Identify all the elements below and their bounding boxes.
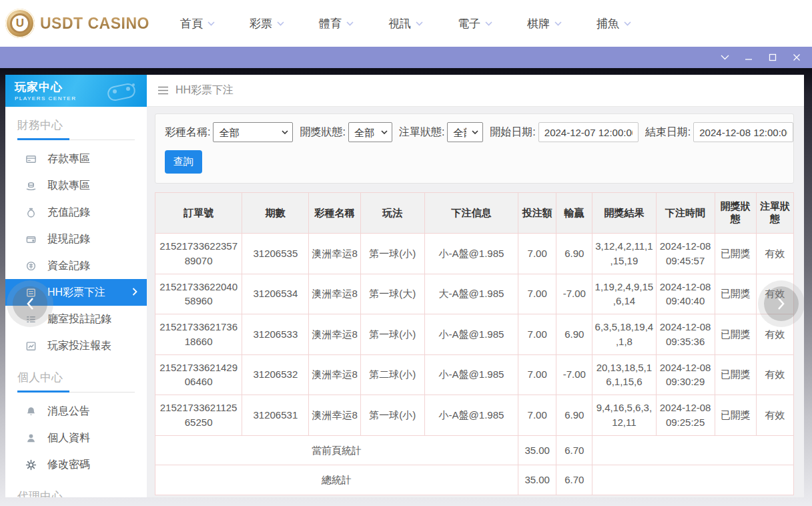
cell-draw-result: 3,12,4,2,11,1,15,19 — [592, 234, 656, 274]
cell-draw-status: 已開獎 — [715, 314, 756, 355]
chevron-right-icon — [132, 288, 137, 296]
cell-order-id: 2152173362204058960 — [155, 274, 242, 314]
cell-win-loss: -7.00 — [556, 354, 592, 395]
cell-draw-status: 已開獎 — [715, 234, 756, 274]
column-header-lottery-name: 彩種名稱 — [309, 193, 360, 234]
menu-toggle-icon[interactable] — [157, 86, 169, 95]
deposit-card-icon — [25, 154, 37, 165]
table-row: 2152173362204058960 31206534 澳洲幸运8 第一球(大… — [155, 274, 794, 314]
cell-play-type: 第二球(小) — [360, 354, 424, 395]
menu-item-home[interactable]: 首頁 — [180, 16, 250, 31]
minimize-icon — [745, 53, 753, 61]
column-header-bet-info: 下注信息 — [424, 193, 518, 234]
column-header-draw-status: 開獎狀態 — [715, 193, 756, 234]
sidebar-item-funds-record[interactable]: 資金記錄 — [5, 252, 147, 279]
chevron-right-icon — [777, 297, 785, 310]
maximize-icon — [769, 53, 777, 61]
window-dropdown-button[interactable] — [716, 49, 733, 65]
cell-bet-info: 小-A盤@1.985 — [424, 314, 518, 355]
column-header-period: 期數 — [242, 193, 309, 234]
page-title: HH彩票下注 — [175, 83, 234, 97]
sidebar-item-change-password[interactable]: 修改密碼 — [5, 451, 147, 478]
cell-draw-result: 1,19,2,4,9,15,6,14 — [592, 274, 656, 314]
menu-item-cards[interactable]: 棋牌 — [527, 16, 596, 31]
cell-win-loss: 6.90 — [556, 314, 592, 355]
cell-order-id: 2152173362142906460 — [155, 354, 242, 395]
order-status-select[interactable]: 全部 — [447, 122, 483, 142]
money-bag-icon — [25, 207, 37, 218]
cell-period: 31206535 — [242, 234, 309, 274]
table-row: 2152173362112565250 31206531 澳洲幸运8 第一球(小… — [155, 395, 794, 436]
desktop: U USDT CASINO 首頁 彩票 體育 視訊 電子 — [0, 0, 812, 506]
cell-order-id: 2152173362235789070 — [155, 234, 242, 274]
chevron-down-icon — [208, 21, 215, 26]
column-header-play-type: 玩法 — [360, 193, 424, 234]
cell-bet-info: 大-A盤@1.985 — [424, 274, 518, 314]
main-menu: 首頁 彩票 體育 視訊 電子 棋牌 — [180, 16, 666, 31]
sidebar-item-withdrawal-record[interactable]: 提現記錄 — [5, 226, 147, 252]
window-maximize-button[interactable] — [764, 49, 781, 65]
wallet-icon — [25, 234, 37, 245]
column-header-bet-amount: 投注額 — [518, 193, 556, 234]
menu-item-video[interactable]: 視訊 — [388, 16, 458, 31]
cell-order-status: 有效 — [756, 354, 793, 395]
end-date-input[interactable] — [693, 122, 793, 142]
lottery-name-select[interactable]: 全部 — [213, 122, 293, 142]
menu-item-lottery[interactable]: 彩票 — [250, 16, 319, 31]
search-button[interactable]: 查詢 — [165, 150, 202, 174]
summary-win-loss: 6.70 — [556, 465, 592, 495]
coin-icon — [25, 260, 37, 272]
cell-bet-time: 2024-12-08 09:35:36 — [656, 314, 715, 355]
cell-lottery-name: 澳洲幸运8 — [309, 274, 360, 314]
menu-item-slots[interactable]: 電子 — [458, 16, 527, 31]
sidebar-list-finance: 存款專區 取款專區 充值記錄 提現記錄 — [5, 146, 147, 359]
sidebar-item-recharge-record[interactable]: 充值記錄 — [5, 199, 147, 226]
cell-bet-info: 小-A盤@1.985 — [424, 395, 518, 436]
sidebar-item-profile[interactable]: 個人資料 — [5, 425, 147, 451]
chevron-down-icon — [485, 21, 492, 26]
menu-item-fishing[interactable]: 捕魚 — [596, 16, 666, 31]
main-content: HH彩票下注 彩種名稱: 全部 開獎狀態: 全 — [147, 75, 804, 497]
cell-play-type: 第一球(大) — [360, 274, 424, 314]
summary-row-current-page: 當前頁統計 35.00 6.70 — [155, 435, 794, 465]
start-date-input[interactable] — [538, 122, 639, 142]
cell-lottery-name: 澳洲幸运8 — [309, 395, 360, 436]
sidebar-section-agent: 代理中心 — [5, 478, 147, 497]
breadcrumb: HH彩票下注 — [147, 75, 804, 107]
summary-label: 總統計 — [155, 465, 518, 495]
collapse-left-button[interactable] — [13, 286, 47, 321]
logo-text: USDT CASINO — [40, 15, 149, 33]
report-chart-icon — [25, 340, 37, 352]
window-close-button[interactable] — [788, 49, 805, 65]
cell-draw-result: 9,4,16,5,6,3,12,11 — [592, 395, 656, 436]
cell-bet-amount: 7.00 — [518, 354, 556, 395]
sidebar-item-deposit[interactable]: 存款專區 — [5, 146, 147, 172]
lottery-name-label: 彩種名稱: — [165, 125, 210, 140]
start-date-label: 開始日期: — [490, 125, 535, 140]
summary-bet-total: 35.00 — [518, 465, 556, 495]
cell-win-loss: 6.90 — [556, 395, 592, 436]
sidebar-item-player-report[interactable]: 玩家投注報表 — [5, 332, 147, 359]
top-navbar: U USDT CASINO 首頁 彩票 體育 視訊 電子 — [0, 0, 812, 47]
cell-period: 31206533 — [242, 314, 309, 355]
window-minimize-button[interactable] — [740, 49, 757, 65]
sidebar-item-withdraw[interactable]: 取款專區 — [5, 172, 147, 199]
cell-lottery-name: 澳洲幸运8 — [309, 234, 360, 274]
menu-item-sports[interactable]: 體育 — [319, 16, 388, 31]
summary-empty — [592, 465, 794, 495]
bell-icon — [25, 406, 37, 417]
expand-right-button[interactable] — [764, 286, 799, 321]
draw-status-select[interactable]: 全部 — [348, 122, 392, 142]
cell-bet-info: 小-A盤@1.985 — [424, 234, 518, 274]
cell-order-id: 2152173362173618660 — [155, 314, 242, 355]
cell-order-status: 有效 — [756, 234, 793, 274]
cell-play-type: 第一球(小) — [360, 314, 424, 355]
bets-table: 訂單號 期數 彩種名稱 玩法 下注信息 投注額 輸贏 開獎結果 下注時間 開獎狀… — [155, 192, 794, 495]
brand-logo[interactable]: U USDT CASINO — [5, 9, 149, 38]
column-header-win-loss: 輸贏 — [556, 193, 592, 234]
sidebar-item-announcements[interactable]: 消息公告 — [5, 398, 147, 425]
chevron-down-icon — [416, 21, 423, 26]
cell-draw-status: 已開獎 — [715, 395, 756, 436]
section-underline — [17, 138, 135, 140]
gear-icon — [25, 459, 37, 471]
